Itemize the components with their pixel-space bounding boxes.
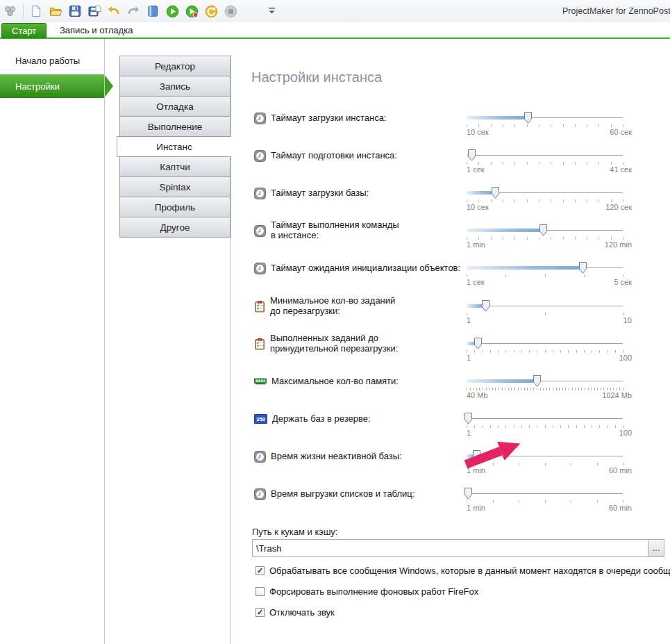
slider-thumb[interactable] [474,338,482,349]
play-icon[interactable] [165,4,179,18]
tick [505,274,506,277]
slider-thumb[interactable] [524,112,532,124]
nav-tab-8[interactable]: Профиль [119,197,231,217]
nav-tab-9[interactable]: Другое [119,217,231,238]
tick [539,199,539,202]
tick [467,350,467,353]
tick [521,388,521,390]
slider-thumb[interactable] [539,224,547,236]
tick [545,425,546,428]
nav-tab-7[interactable]: Spintax [119,176,231,197]
checkbox[interactable]: ✓ [256,566,265,575]
restart-icon[interactable] [204,4,218,18]
tick [539,124,539,127]
slider-track[interactable] [467,155,623,156]
tick [560,350,561,353]
save-as-icon[interactable] [87,4,101,18]
tick [603,388,604,390]
open-project-icon[interactable] [49,4,62,18]
tick [553,388,553,390]
tick [576,425,577,428]
tick [623,463,623,465]
tick [575,162,576,165]
setting-label: Время выгрузки списков и таблиц: [271,489,414,499]
slider-fill [467,191,495,195]
nav-tab-6[interactable]: Каптчи [119,156,231,177]
tick [623,124,623,127]
slider-track[interactable] [467,306,623,306]
debug-play-icon[interactable] [185,4,199,18]
slider: 110 [467,295,632,328]
checkbox[interactable]: ✓ [256,608,265,617]
setting-label: Таймаут загрузки инстанса: [271,113,386,124]
slider: 1 min120 min [467,219,632,252]
slider-thumb[interactable] [533,375,541,387]
save-icon[interactable] [68,4,82,18]
slider-thumb[interactable] [482,300,489,312]
setting-row: Время жизни неактивной базы:1 min60 min [250,445,639,482]
redo-icon[interactable] [126,4,140,18]
projectmaker-window: ProjectMaker for ZennoPoste Старт Запись… [0,0,670,644]
tick [486,388,487,390]
slider-min-label: 1 min [467,504,485,512]
tick [530,388,531,390]
slider-thumb[interactable] [468,149,476,161]
sidebar-item-settings[interactable]: Настройки [0,74,104,98]
nav-tab-4[interactable]: Выполнение [119,116,231,137]
checkbox[interactable] [256,587,265,596]
slider-min-label: 10 сек [467,203,489,211]
clock-icon [254,150,266,162]
tick [568,425,569,428]
slider-thumb[interactable] [579,262,587,274]
sidebar-item-getting-started[interactable]: Начало работы [0,51,104,70]
nav-tab-3[interactable]: Отладка [119,96,231,117]
tick [537,350,537,353]
tick [503,162,503,165]
browse-button[interactable]: … [648,540,664,556]
tick [467,388,467,390]
tick [545,500,546,503]
slider: 1 сек41 сек [467,144,632,177]
nav-tab-1[interactable]: Редактор [119,56,231,76]
tick [539,237,539,240]
tick [584,350,585,353]
tab-start[interactable]: Старт [1,23,47,38]
slider-ticks [467,313,623,316]
sidebar-selected-arrow-icon [104,74,113,98]
slider-ticks [467,388,623,391]
tick [527,237,528,240]
slider-track[interactable] [467,418,623,419]
slider-track[interactable] [467,493,623,494]
setting-label-group: Таймаут загрузки инстанса: [254,106,462,130]
tick [514,124,515,127]
slider-max-label: 120 min [605,240,632,249]
cookies-path-input[interactable] [253,543,648,554]
instance-icon[interactable] [146,4,160,18]
tick [529,425,530,428]
slider-thumb[interactable] [492,187,499,199]
slider-thumb[interactable] [464,413,472,424]
slider-fill [467,116,528,119]
slider: 1100 [467,332,632,365]
undo-icon[interactable] [107,4,121,18]
nav-tab-2[interactable]: Запись [119,76,231,97]
setting-label: Максимальное кол-во памяти: [271,377,399,387]
tick [505,388,505,390]
tick [563,237,564,240]
clock-icon [254,188,266,199]
slider-track[interactable] [467,343,623,344]
slider-max-label: 100 [619,354,632,362]
tab-record-debug[interactable]: Запись и отладка [50,23,142,38]
tick [491,124,492,127]
tick [514,388,515,390]
toolbar-overflow-icon[interactable] [265,4,279,18]
slider-max-label: 41 сек [610,165,632,174]
clock-icon [254,263,266,274]
slider-thumb[interactable] [464,488,472,499]
nav-tab-5[interactable]: Инстанс [117,136,231,157]
new-project-icon[interactable] [29,4,43,18]
setting-row: Таймаут выполнения команды в инстансе:1 … [250,219,639,256]
tick [533,388,534,390]
tick [575,388,576,390]
stop-icon[interactable] [224,4,237,18]
